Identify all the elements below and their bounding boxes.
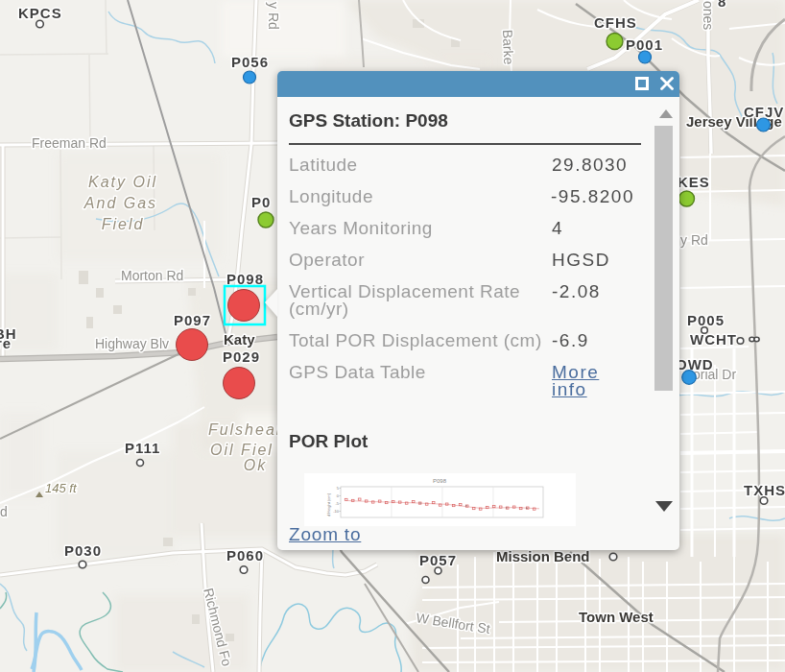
svg-text:Barke: Barke [500,30,516,65]
svg-text:P030: P030 [64,542,102,559]
svg-text:Field: Field [102,216,145,232]
svg-text:KPCS: KPCS [18,5,62,21]
svg-text:8: 8 [718,0,726,10]
svg-text:Mission Bend: Mission Bend [496,548,590,564]
svg-text:P060: P060 [226,547,264,564]
svg-text:P057: P057 [419,552,457,568]
svg-text:P111: P111 [125,440,160,456]
svg-text:CFHS: CFHS [594,14,637,31]
svg-text:Fulshear: Fulshear [208,421,283,438]
svg-text:y Rd: y Rd [680,232,708,248]
svg-text:Morton Rd: Morton Rd [121,268,183,283]
svg-text:Katy: Katy [224,331,255,348]
svg-text:KES: KES [678,174,710,190]
svg-text:re: re [0,335,12,351]
svg-text:Town West: Town West [579,609,654,625]
svg-text:145 ft: 145 ft [45,481,78,495]
svg-text:Oil Fiel: Oil Fiel [210,442,274,458]
svg-text:WCHT: WCHT [690,331,737,348]
svg-text:P029: P029 [223,348,260,365]
svg-text:OWD: OWD [676,356,714,372]
svg-text:d Height (cm): d Height (cm) [326,492,331,516]
svg-text:TXHS: TXHS [744,482,785,498]
svg-text:d: d [0,504,8,519]
svg-text:P097: P097 [174,312,211,328]
svg-text:P0: P0 [251,194,271,210]
svg-text:-10: -10 [333,509,340,514]
svg-text:Ok: Ok [244,457,267,473]
svg-text:P005: P005 [687,312,725,328]
svg-text:Jones: Jones [701,0,716,30]
svg-text:Freeman Rd: Freeman Rd [32,135,107,151]
svg-text:P098: P098 [433,478,447,484]
svg-text:Highway Blv: Highway Blv [95,336,169,351]
svg-text:P056: P056 [231,54,269,70]
svg-text:P098: P098 [226,271,264,287]
svg-text:Katy Oil: Katy Oil [88,174,157,190]
svg-text:And Gas: And Gas [83,195,157,211]
svg-text:y Rd: y Rd [266,2,281,30]
